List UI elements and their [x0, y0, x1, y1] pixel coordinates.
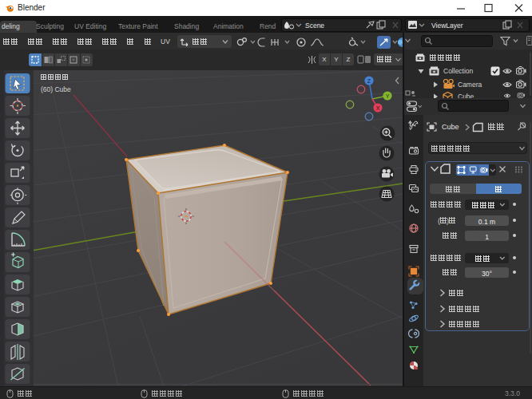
svg-text:Z: Z — [367, 78, 371, 84]
svg-text:X: X — [376, 105, 380, 111]
svg-text:Y: Y — [386, 93, 390, 99]
